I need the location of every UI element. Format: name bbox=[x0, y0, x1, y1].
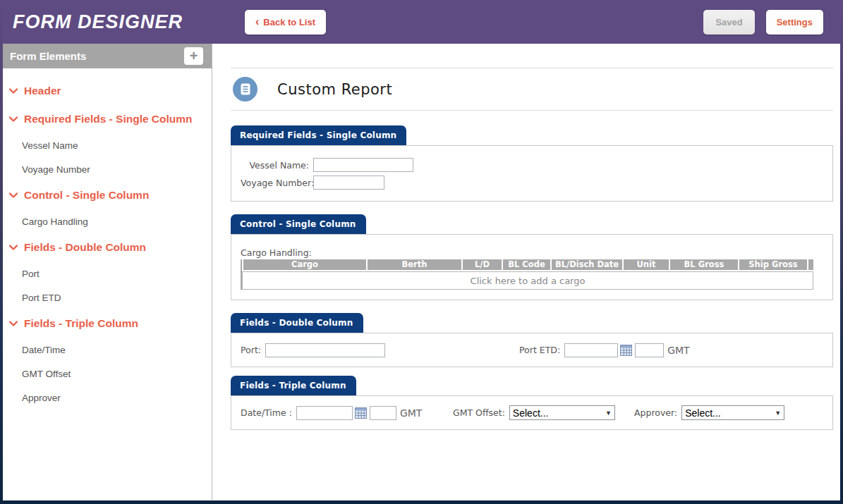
approver-select-value: Select... bbox=[685, 407, 770, 419]
column-header-ld: L/D bbox=[463, 259, 502, 270]
sidebar-item-vessel-name[interactable]: Vessel Name bbox=[3, 133, 212, 157]
page-title: Custom Report bbox=[277, 81, 392, 98]
column-header-bl-code: BL Code bbox=[503, 259, 550, 270]
chevron-down-icon bbox=[9, 245, 24, 250]
column-header-ship-gross: Ship Gross bbox=[739, 259, 807, 270]
cargo-handling-label: Cargo Handling: bbox=[241, 247, 832, 258]
gmt-offset-label: GMT Offset: bbox=[453, 407, 505, 418]
sidebar-item-port-etd[interactable]: Port ETD bbox=[3, 285, 212, 309]
approver-field: Approver: Select... ▼ bbox=[634, 405, 832, 420]
settings-button[interactable]: Settings bbox=[766, 10, 823, 35]
sidebar-item-voyage-number[interactable]: Voyage Number bbox=[3, 157, 212, 181]
chevron-down-icon bbox=[9, 321, 24, 326]
section-fields-double: Fields - Double Column Port: Port ETD: bbox=[231, 313, 833, 367]
tab-fields-triple: Fields - Triple Column bbox=[231, 376, 356, 395]
back-chevron-icon: ‹ bbox=[255, 18, 259, 25]
column-header-actions bbox=[808, 259, 813, 270]
port-etd-label: Port ETD: bbox=[519, 345, 560, 355]
column-header-unit: Unit bbox=[624, 259, 669, 270]
voyage-number-label: Voyage Number: bbox=[241, 178, 309, 188]
sidebar-title: Form Elements bbox=[10, 50, 86, 62]
tab-control-single: Control - Single Column bbox=[231, 214, 366, 234]
tab-required-single: Required Fields - Single Column bbox=[231, 125, 406, 145]
gmt-offset-field: GMT Offset: Select... ▼ bbox=[453, 405, 634, 420]
date-time-label: Date/Time : bbox=[241, 407, 292, 418]
group-label: Required Fields - Single Column bbox=[24, 113, 193, 125]
sidebar-header: Form Elements + bbox=[3, 44, 212, 68]
port-label: Port: bbox=[241, 345, 261, 355]
group-label: Fields - Triple Column bbox=[24, 317, 138, 330]
sidebar-group-fields-double[interactable]: Fields - Double Column bbox=[3, 233, 212, 262]
port-input[interactable] bbox=[265, 343, 385, 357]
gmt-offset-select[interactable]: Select... ▼ bbox=[509, 405, 615, 420]
app-logo: FORM DESIGNER bbox=[13, 11, 183, 34]
sidebar-list: Header Required Fields - Single Column V… bbox=[3, 68, 212, 410]
sidebar-item-date-time[interactable]: Date/Time bbox=[3, 338, 212, 362]
group-label: Control - Single Column bbox=[24, 189, 149, 202]
panel-fields-double: Port: Port ETD: bbox=[231, 333, 833, 367]
vessel-name-label: Vessel Name: bbox=[241, 160, 309, 171]
sidebar-group-required-fields[interactable]: Required Fields - Single Column bbox=[3, 105, 212, 133]
voyage-number-row: Voyage Number: bbox=[241, 176, 832, 190]
date-time-field: Date/Time : bbox=[241, 406, 453, 420]
sidebar-group-control-single[interactable]: Control - Single Column bbox=[3, 181, 212, 209]
sidebar-item-approver[interactable]: Approver bbox=[3, 386, 212, 410]
form-elements-sidebar: Form Elements + Header Required Fields -… bbox=[3, 44, 212, 500]
column-header-bl-disch-date: BL/Disch Date bbox=[552, 259, 622, 270]
gmt-label: GMT bbox=[667, 345, 689, 356]
saved-button[interactable]: Saved bbox=[703, 10, 754, 35]
gmt-label: GMT bbox=[400, 407, 422, 419]
back-to-list-button[interactable]: ‹ Back to List bbox=[245, 10, 326, 35]
main-top-strip bbox=[231, 44, 833, 68]
sidebar-item-cargo-handling[interactable]: Cargo Handling bbox=[3, 209, 212, 233]
app-header: FORM DESIGNER ‹ Back to List Saved Setti… bbox=[3, 0, 840, 44]
column-header-berth: Berth bbox=[368, 259, 461, 270]
panel-fields-triple: Date/Time : bbox=[231, 395, 833, 430]
date-time-input[interactable] bbox=[296, 406, 353, 420]
cargo-table: Cargo Berth L/D BL Code BL/Disch Date Un… bbox=[241, 259, 813, 290]
port-field: Port: bbox=[241, 343, 519, 357]
chevron-down-icon bbox=[9, 192, 24, 198]
dropdown-arrow-icon: ▼ bbox=[605, 410, 612, 417]
vessel-name-input[interactable] bbox=[313, 158, 413, 172]
chevron-down-icon bbox=[9, 88, 24, 94]
cargo-table-header: Cargo Berth L/D BL Code BL/Disch Date Un… bbox=[242, 259, 813, 270]
section-required-single: Required Fields - Single Column Vessel N… bbox=[231, 125, 833, 202]
back-to-list-label: Back to List bbox=[263, 17, 315, 27]
gmt-offset-select-value: Select... bbox=[513, 407, 601, 419]
calendar-icon[interactable] bbox=[620, 345, 632, 356]
section-fields-triple: Fields - Triple Column Date/Time : bbox=[231, 376, 833, 430]
form-canvas: Custom Report Required Fields - Single C… bbox=[212, 44, 840, 500]
section-control-single: Control - Single Column Cargo Handling: … bbox=[231, 214, 833, 300]
column-header-cargo: Cargo bbox=[243, 259, 366, 270]
approver-label: Approver: bbox=[634, 407, 677, 418]
voyage-number-input[interactable] bbox=[313, 176, 384, 190]
port-etd-gmt-offset-input[interactable] bbox=[635, 343, 664, 357]
sidebar-item-gmt-offset[interactable]: GMT Offset bbox=[3, 362, 212, 386]
group-label: Header bbox=[24, 85, 61, 97]
panel-control-single: Cargo Handling: Cargo Berth L/D BL Code … bbox=[231, 234, 833, 300]
calendar-icon[interactable] bbox=[355, 407, 367, 419]
tab-fields-double: Fields - Double Column bbox=[231, 313, 363, 333]
sidebar-group-fields-triple[interactable]: Fields - Triple Column bbox=[3, 309, 212, 338]
panel-required-single: Vessel Name: Voyage Number: bbox=[231, 145, 833, 202]
date-time-gmt-offset-input[interactable] bbox=[370, 406, 396, 420]
sidebar-item-port[interactable]: Port bbox=[3, 262, 212, 285]
approver-select[interactable]: Select... ▼ bbox=[681, 405, 784, 420]
add-element-button[interactable]: + bbox=[184, 47, 203, 65]
report-document-icon bbox=[233, 77, 257, 102]
sidebar-group-header[interactable]: Header bbox=[3, 77, 212, 105]
dropdown-arrow-icon: ▼ bbox=[775, 410, 781, 417]
group-label: Fields - Double Column bbox=[24, 241, 146, 254]
port-etd-date-input[interactable] bbox=[564, 343, 618, 357]
app-window: FORM DESIGNER ‹ Back to List Saved Setti… bbox=[3, 0, 840, 500]
add-cargo-row[interactable]: Click here to add a cargo bbox=[242, 271, 813, 290]
vessel-name-row: Vessel Name: bbox=[241, 158, 832, 172]
port-etd-field: Port ETD: bbox=[519, 343, 832, 357]
chevron-down-icon bbox=[9, 116, 24, 122]
report-title-block: Custom Report bbox=[231, 68, 833, 111]
column-header-bl-gross: BL Gross bbox=[670, 259, 738, 270]
